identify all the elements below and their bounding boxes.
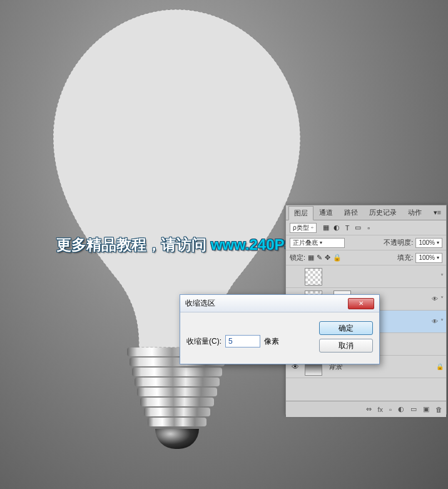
dialog-title: 收缩选区 [185, 298, 215, 309]
lock-label: 锁定: [290, 253, 305, 262]
filter-smart-icon[interactable]: ▫ [364, 224, 373, 232]
ok-button[interactable]: 确定 [319, 321, 373, 335]
panel-footer: ⇔ fx ▫ ◐ ▭ ▣ 🗑 [286, 401, 446, 417]
blend-mode-dropdown[interactable]: 正片叠底▾ [290, 238, 345, 248]
adjustment-icon[interactable]: ◐ [398, 405, 404, 413]
layer-row[interactable]: ˅ [286, 265, 446, 288]
filter-pixel-icon[interactable]: ▦ [322, 224, 330, 232]
lock-transparent-icon[interactable]: ▦ [308, 254, 314, 262]
tab-layers[interactable]: 图层 [288, 206, 313, 220]
lock-move-icon[interactable]: ✥ [325, 254, 330, 262]
fill-input[interactable]: 100%▾ [415, 253, 442, 263]
tab-history[interactable]: 历史记录 [364, 205, 402, 220]
filter-shape-icon[interactable]: ▭ [354, 224, 362, 232]
tab-channels[interactable]: 通道 [313, 205, 339, 220]
unit-label: 像素 [264, 336, 279, 347]
opacity-input[interactable]: 100%▾ [415, 238, 442, 248]
lightbulb-artwork [47, 6, 307, 457]
lock-row: 锁定: ▦ ✎ ✥ 🔒 填充: 100%▾ [286, 250, 446, 265]
group-icon[interactable]: ▭ [410, 405, 417, 413]
chevron-down-icon[interactable]: ˅ [440, 296, 444, 302]
chevron-down-icon[interactable]: ˅ [440, 273, 444, 280]
new-layer-icon[interactable]: ▣ [423, 405, 429, 413]
trash-icon[interactable]: 🗑 [435, 406, 442, 413]
panel-menu-icon[interactable]: ▾≡ [431, 208, 444, 217]
panel-tabs: 图层 通道 路径 历史记录 动作 ▾≡ [286, 205, 446, 220]
mask-icon[interactable]: ▫ [389, 406, 392, 413]
fill-label: 填充: [397, 253, 413, 262]
blend-row: 正片叠底▾ 不透明度: 100%▾ [286, 235, 446, 250]
contract-amount-input[interactable] [225, 335, 260, 347]
close-button[interactable]: ✕ [348, 298, 374, 309]
watermark-cn: 更多精品教程，请访问 [56, 236, 211, 253]
tab-paths[interactable]: 路径 [339, 205, 364, 220]
bulb-screw-base [127, 347, 227, 463]
eye-icon[interactable]: 👁 [432, 318, 438, 325]
fx-icon[interactable]: fx [378, 406, 384, 413]
filter-kind-dropdown[interactable]: ρ类型÷ [290, 223, 317, 233]
lock-icon: 🔒 [436, 363, 444, 370]
layer-thumb[interactable] [305, 268, 322, 286]
contract-selection-dialog: 收缩选区 ✕ 收缩量(C): 像素 确定 取消 [180, 294, 380, 364]
lock-all-icon[interactable]: 🔒 [333, 254, 342, 262]
filter-row: ρ类型÷ ▦ ◐ T ▭ ▫ [286, 220, 446, 235]
eye-icon[interactable]: 👁 [432, 296, 438, 302]
contract-by-label: 收缩量(C): [186, 336, 221, 347]
cancel-button[interactable]: 取消 [319, 339, 373, 353]
filter-adjust-icon[interactable]: ◐ [332, 224, 341, 232]
lock-paint-icon[interactable]: ✎ [317, 254, 322, 262]
link-layers-icon[interactable]: ⇔ [366, 405, 372, 413]
chevron-down-icon[interactable]: ˅ [440, 318, 444, 325]
dialog-titlebar[interactable]: 收缩选区 ✕ [180, 295, 379, 312]
opacity-label: 不透明度: [384, 238, 413, 247]
tab-actions[interactable]: 动作 [402, 205, 427, 220]
filter-type-icon[interactable]: T [343, 224, 352, 232]
